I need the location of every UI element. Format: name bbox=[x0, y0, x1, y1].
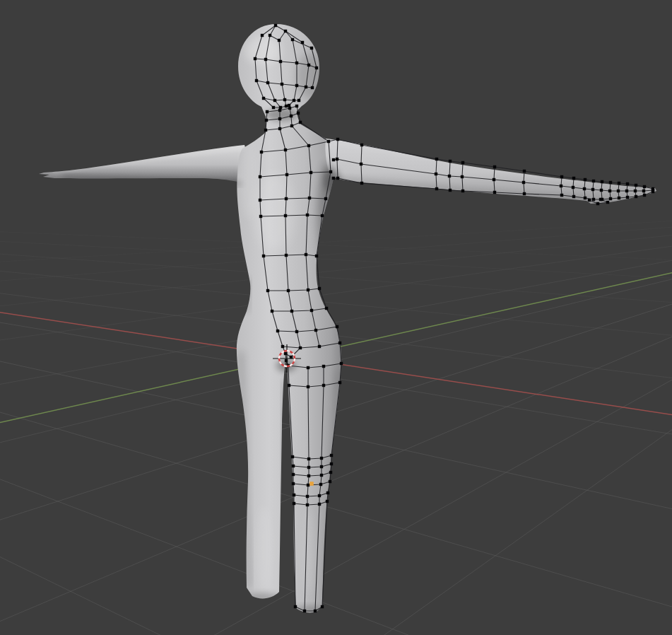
mesh-vertex[interactable] bbox=[293, 494, 295, 496]
viewport-3d[interactable] bbox=[0, 0, 672, 635]
mesh-vertex[interactable] bbox=[584, 178, 586, 181]
mesh-vertex[interactable] bbox=[266, 110, 269, 113]
mesh-vertex[interactable] bbox=[307, 466, 310, 469]
mesh-vertex[interactable] bbox=[360, 182, 363, 185]
mesh-vertex[interactable] bbox=[329, 480, 331, 483]
mesh-vertex[interactable] bbox=[307, 289, 310, 291]
mesh-vertex[interactable] bbox=[285, 197, 288, 200]
mesh-vertex[interactable] bbox=[523, 192, 526, 195]
mesh-vertex[interactable] bbox=[606, 201, 609, 204]
mesh-vertex[interactable] bbox=[290, 310, 293, 313]
mesh-vertex[interactable] bbox=[308, 197, 311, 199]
mesh-vertex[interactable] bbox=[449, 189, 452, 192]
mesh-vertex[interactable] bbox=[435, 187, 438, 190]
mesh-vertex[interactable] bbox=[279, 60, 282, 63]
mesh-vertex[interactable] bbox=[272, 106, 275, 109]
mesh-vertex[interactable] bbox=[321, 214, 324, 217]
mesh-vertex[interactable] bbox=[584, 197, 586, 199]
mesh-vertex[interactable] bbox=[592, 198, 595, 201]
mesh-vertex[interactable] bbox=[288, 384, 290, 387]
mesh-vertex[interactable] bbox=[281, 345, 284, 348]
mesh-vertex[interactable] bbox=[265, 119, 268, 122]
mesh-vertex[interactable] bbox=[266, 81, 269, 84]
mesh-vertex[interactable] bbox=[608, 190, 611, 192]
mesh-vertex[interactable] bbox=[295, 105, 298, 107]
mesh-vertex[interactable] bbox=[338, 381, 341, 384]
mesh-vertex[interactable] bbox=[307, 474, 310, 477]
mesh-vertex[interactable] bbox=[322, 384, 325, 387]
mesh-vertex[interactable] bbox=[293, 99, 295, 102]
mesh-vertex[interactable] bbox=[583, 187, 586, 190]
mesh-vertex[interactable] bbox=[310, 47, 313, 49]
mesh-vertex[interactable] bbox=[635, 195, 637, 198]
mesh-vertex[interactable] bbox=[643, 194, 646, 197]
mesh-vertex[interactable] bbox=[601, 180, 603, 183]
mesh-vertex[interactable] bbox=[288, 107, 291, 110]
mesh-vertex[interactable] bbox=[560, 175, 563, 178]
mesh-vertex[interactable] bbox=[360, 144, 363, 146]
mesh-vertex[interactable] bbox=[336, 325, 338, 328]
mesh-vertex[interactable] bbox=[522, 181, 525, 184]
mesh-vertex[interactable] bbox=[330, 454, 333, 457]
mesh-vertex[interactable] bbox=[324, 197, 327, 200]
mesh-vertex[interactable] bbox=[306, 495, 309, 498]
mesh-vertex[interactable] bbox=[290, 124, 293, 127]
mesh-vertex[interactable] bbox=[295, 84, 298, 87]
mesh-vertex[interactable] bbox=[599, 198, 602, 201]
mesh-vertex[interactable] bbox=[625, 190, 628, 192]
mesh-vertex[interactable] bbox=[327, 140, 330, 143]
mesh-vertex[interactable] bbox=[652, 190, 654, 193]
mesh-vertex[interactable] bbox=[307, 385, 310, 388]
mesh-vertex[interactable] bbox=[260, 151, 263, 153]
mesh-vertex[interactable] bbox=[292, 473, 295, 476]
mesh-vertex[interactable] bbox=[297, 112, 300, 115]
mesh-vertex[interactable] bbox=[292, 482, 295, 485]
mesh-vertex[interactable] bbox=[301, 41, 304, 44]
mesh-vertex[interactable] bbox=[332, 158, 335, 161]
mesh-vertex[interactable] bbox=[340, 362, 343, 365]
mesh-vertex[interactable] bbox=[332, 177, 335, 180]
mesh-vertex[interactable] bbox=[634, 190, 637, 192]
mesh-vertex[interactable] bbox=[278, 127, 281, 130]
mesh-vertex[interactable] bbox=[310, 171, 312, 174]
mesh-vertex[interactable] bbox=[318, 345, 321, 348]
mesh-vertex[interactable] bbox=[284, 214, 287, 217]
mesh-vertex[interactable] bbox=[278, 39, 281, 42]
mesh-vertex[interactable] bbox=[255, 79, 258, 82]
mesh-vertex[interactable] bbox=[338, 342, 341, 344]
mesh-vertex[interactable] bbox=[325, 307, 328, 310]
mesh-vertex[interactable] bbox=[278, 109, 281, 112]
mesh-vertex[interactable] bbox=[264, 129, 267, 132]
mesh-vertex[interactable] bbox=[320, 474, 323, 477]
mesh-vertex[interactable] bbox=[461, 190, 464, 192]
mesh-vertex[interactable] bbox=[273, 99, 276, 102]
mesh-vertex[interactable] bbox=[285, 173, 288, 176]
mesh-vertex[interactable] bbox=[609, 181, 612, 184]
mesh-vertex[interactable] bbox=[318, 287, 321, 290]
mesh-vertex[interactable] bbox=[635, 184, 637, 187]
mesh-vertex[interactable] bbox=[266, 289, 269, 292]
mesh-vertex[interactable] bbox=[285, 254, 288, 257]
mesh-vertex[interactable] bbox=[294, 605, 297, 608]
mesh-vertex[interactable] bbox=[295, 62, 298, 64]
mesh-vertex[interactable] bbox=[493, 191, 496, 194]
mesh-vertex[interactable] bbox=[560, 194, 563, 197]
mesh-vertex[interactable] bbox=[329, 170, 332, 173]
mesh-vertex[interactable] bbox=[461, 175, 464, 178]
mesh-vertex[interactable] bbox=[435, 173, 437, 175]
mesh-vertex[interactable] bbox=[259, 175, 261, 178]
mesh-vertex[interactable] bbox=[307, 458, 310, 460]
mesh-vertex[interactable] bbox=[330, 462, 333, 465]
mesh-vertex[interactable] bbox=[600, 189, 603, 192]
mesh-vertex[interactable] bbox=[283, 98, 286, 101]
mesh-vertex[interactable] bbox=[261, 34, 264, 37]
mesh-vertex[interactable] bbox=[318, 494, 321, 497]
mesh-vertex[interactable] bbox=[448, 175, 451, 177]
mesh-vertex[interactable] bbox=[642, 190, 645, 192]
mesh-vertex[interactable] bbox=[560, 185, 562, 187]
mesh-vertex[interactable] bbox=[314, 610, 317, 612]
mesh-vertex[interactable] bbox=[259, 199, 261, 202]
mesh-vertex[interactable] bbox=[336, 138, 339, 141]
mesh-vertex[interactable] bbox=[626, 182, 629, 185]
mesh-vertex[interactable] bbox=[274, 24, 277, 27]
